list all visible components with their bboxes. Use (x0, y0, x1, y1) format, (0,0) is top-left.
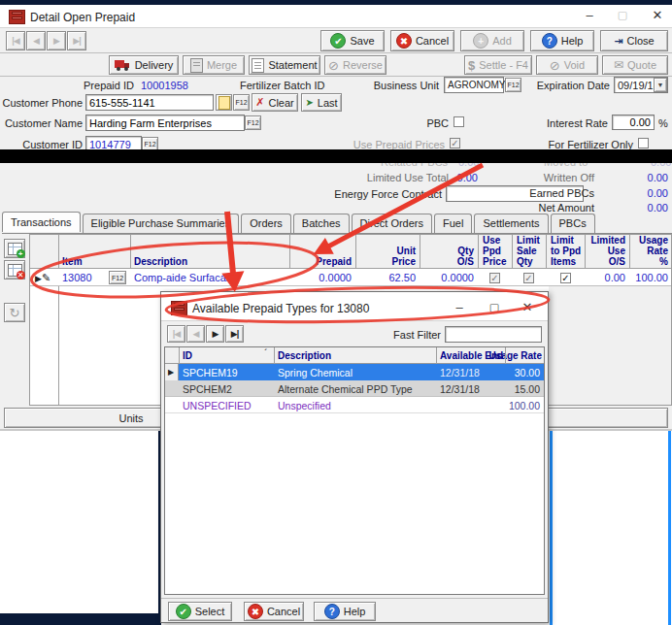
clear-button[interactable]: ✗ Clear (252, 93, 298, 112)
close-button[interactable]: ⇥ Close (600, 30, 668, 51)
clear-label: Clear (268, 97, 293, 109)
col-header-qty-os[interactable]: Qty O/S (425, 246, 474, 267)
tab-orders[interactable]: Orders (241, 214, 291, 233)
popup-cancel-button[interactable]: ✖ Cancel (244, 602, 304, 621)
popup-prev-icon: ◀ (193, 329, 199, 339)
customer-id-value: 1014779 (89, 139, 131, 150)
col-header-prepaid[interactable]: Prepaid (293, 256, 352, 267)
row-limit-to-ppd-items-checkbox[interactable]: ✓ (560, 273, 571, 283)
col-header-description[interactable]: Description (134, 256, 187, 267)
popup-row3-description: Unspecified (278, 400, 331, 411)
help-button[interactable]: ? Help (530, 30, 594, 51)
void-button[interactable]: ⊘ Void (536, 55, 598, 75)
prepaid-id-label: Prepaid ID (49, 80, 134, 91)
merge-label: Merge (207, 59, 237, 71)
last-button[interactable]: ➤ Last (301, 93, 342, 112)
add-row-button[interactable]: + (4, 239, 25, 258)
interest-rate-input[interactable] (612, 115, 655, 130)
col-header-limit-to-ppd-items[interactable]: Limit to Ppd Items (551, 235, 581, 267)
record-last-button[interactable]: ▶| (67, 31, 86, 50)
popup-last-button[interactable]: ▶| (225, 325, 244, 343)
popup-col-usage-rate[interactable]: Usage Rate (472, 350, 542, 361)
tab-transactions[interactable]: Transactions (2, 212, 81, 232)
phone-f12-button[interactable]: F12 (233, 94, 250, 111)
refresh-icon: ↻ (10, 306, 20, 320)
tab-fuel[interactable]: Fuel (434, 214, 472, 233)
col-header-use-ppd-price[interactable]: Use Ppd Price (483, 235, 506, 267)
popup-row3-usage-rate: 100.00 (472, 400, 540, 411)
record-next-icon: ▶ (53, 36, 59, 46)
interest-rate-label: Interest Rate (524, 117, 608, 129)
select-icon: ✔ (176, 604, 191, 619)
popup-next-button[interactable]: ▶ (206, 325, 224, 343)
maximize-button[interactable]: ▢ (612, 9, 633, 21)
popup-title: Available Prepaid Types for 13080 (192, 302, 369, 315)
popup-maximize-button[interactable]: ▢ (484, 301, 505, 313)
row-use-ppd-price-checkbox[interactable]: ✓ (489, 273, 500, 283)
popup-prev-button[interactable]: ◀ (186, 325, 205, 343)
popup-first-button[interactable]: |◀ (167, 325, 185, 343)
popup-col-id[interactable]: ID (183, 350, 192, 361)
merge-button[interactable]: Merge (183, 55, 245, 75)
close-window-button[interactable]: ✕ (647, 8, 668, 22)
add-button[interactable]: + Add (460, 30, 524, 51)
tab-batches[interactable]: Batches (293, 214, 350, 233)
business-unit-field[interactable]: AGRONOMY (444, 77, 504, 93)
popup-row1-id: SPCHEM19 (183, 367, 238, 378)
customer-name-input[interactable] (85, 115, 245, 131)
popup-app-icon (171, 301, 187, 315)
row-prepaid-value: 0.0000 (293, 272, 352, 283)
popup-row1-usage-rate: 30.00 (472, 367, 540, 378)
tab-pbcs[interactable]: PBCs (551, 214, 595, 233)
customer-name-f12-button[interactable]: F12 (245, 115, 261, 130)
minimize-button[interactable]: – (579, 8, 600, 22)
delete-row-button[interactable]: ✕ (4, 260, 25, 280)
close-label: Close (627, 35, 655, 47)
settle-button[interactable]: $ Settle - F4 (464, 55, 532, 75)
refresh-button[interactable]: ↻ (4, 303, 25, 322)
record-prev-button[interactable]: ◀ (26, 31, 46, 50)
row-item-value: 13080 (62, 272, 92, 283)
use-prepaid-prices-checkbox[interactable]: ✓ (450, 138, 460, 148)
record-next-button[interactable]: ▶ (47, 31, 66, 50)
energy-force-contract-label: Energy Force Contract (301, 188, 442, 200)
earned-pbcs-label: Earned PBCs (505, 187, 594, 199)
main-window-title: Detail Open Prepaid (30, 11, 135, 24)
col-header-item[interactable]: Item (62, 256, 83, 267)
row-item-f12-button[interactable]: F12 (109, 271, 126, 284)
cancel-button[interactable]: ✖ Cancel (390, 30, 454, 51)
expiration-dropdown-button[interactable]: ▼ (654, 78, 667, 92)
phone-note-button[interactable] (216, 94, 232, 111)
delivery-button[interactable]: Delivery (109, 55, 179, 75)
col-header-limit-sale-qty[interactable]: Limit Sale Qty (517, 235, 540, 267)
popup-first-icon: |◀ (173, 329, 180, 339)
redaction-band (0, 149, 672, 163)
tab-eligible-purchase-summaries[interactable]: Eligible Purchase Summaries (83, 214, 240, 233)
expiration-date-label: Expiration Date (532, 80, 610, 91)
popup-close-button[interactable]: ✕ (517, 300, 538, 314)
reverse-button[interactable]: ⊘ Reverse (324, 55, 386, 75)
clipped-left-value: 0.00 (458, 163, 479, 168)
row-limit-sale-qty-checkbox[interactable]: ✓ (523, 273, 534, 283)
tab-settlements[interactable]: Settlements (474, 214, 548, 233)
col-header-unit-price[interactable]: Unit Price (367, 246, 416, 267)
delivery-truck-icon (115, 59, 131, 71)
col-header-usage-rate[interactable]: Usage Rate % (629, 235, 668, 267)
for-fertilizer-only-checkbox[interactable] (638, 138, 649, 148)
dropdown-icon: ▼ (657, 82, 664, 88)
quote-button[interactable]: ✉ Quote (602, 55, 668, 75)
popup-row1-selector: ▶ (165, 364, 179, 380)
tab-direct-orders[interactable]: Direct Orders (352, 214, 432, 233)
popup-minimize-button[interactable]: – (449, 300, 470, 314)
fast-filter-input[interactable] (445, 326, 542, 343)
record-first-button[interactable]: |◀ (6, 31, 25, 50)
save-button[interactable]: ✔ Save (320, 30, 385, 51)
statement-button[interactable]: Statement (249, 55, 320, 75)
col-header-limited-use-os[interactable]: Limited Use O/S (583, 235, 625, 267)
pbc-checkbox[interactable] (454, 116, 464, 127)
popup-help-button[interactable]: ? Help (314, 602, 376, 621)
popup-col-description[interactable]: Description (278, 350, 331, 361)
customer-phone-input[interactable] (85, 94, 214, 111)
select-button[interactable]: ✔ Select (168, 602, 232, 621)
business-unit-f12-button[interactable]: F12 (505, 78, 521, 92)
